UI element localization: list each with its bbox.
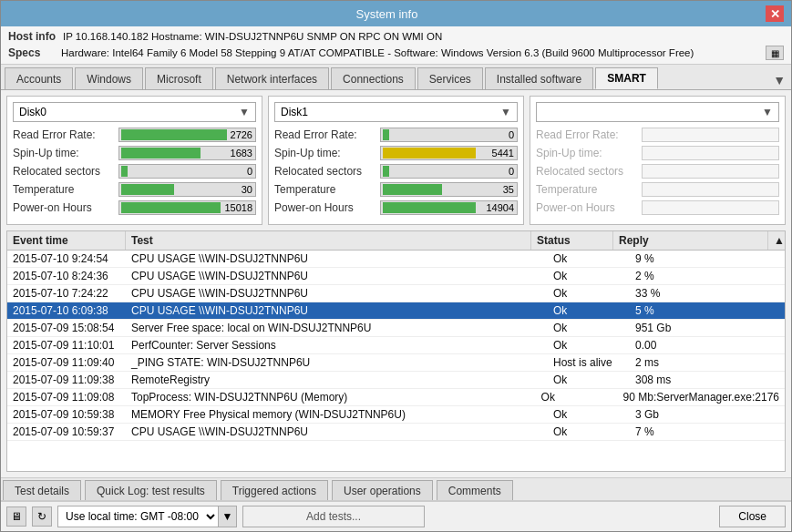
disk1-read-error-field: Read Error Rate: 0	[274, 128, 518, 142]
table-row[interactable]: 2015-07-10 9:24:54 CPU USAGE \\WIN-DSUJ2…	[7, 251, 785, 268]
disk1-spinup-fill	[383, 148, 476, 159]
timezone-select-arrow[interactable]: ▼	[218, 506, 236, 527]
bottom-tab-comments[interactable]: Comments	[437, 480, 513, 500]
tab-installed-software[interactable]: Installed software	[485, 67, 593, 89]
disk0-read-error-fill	[121, 129, 227, 140]
disk0-relocated-field: Relocated sectors 0	[13, 164, 256, 179]
disk-empty-read-error-label: Read Error Rate:	[536, 128, 636, 141]
disk1-poweron-fill	[383, 202, 476, 213]
disk-empty-selector[interactable]: ▼	[536, 102, 779, 122]
disk-empty-spinup-field: Spin-Up time:	[536, 146, 779, 160]
timezone-select[interactable]: Use local time: GMT -08:00	[58, 506, 218, 527]
table-row[interactable]: 2015-07-09 11:09:38 RemoteRegistry Ok 30…	[7, 372, 785, 389]
disk1-temp-value: 35	[503, 184, 514, 195]
tab-bar: Accounts Windows Microsoft Network inter…	[1, 65, 791, 90]
table-row[interactable]: 2015-07-10 8:24:36 CPU USAGE \\WIN-DSUJ2…	[7, 268, 785, 285]
disk1-temp-bar: 35	[380, 182, 518, 197]
th-event-time: Event time	[7, 231, 126, 250]
table-row[interactable]: 2015-07-10 7:24:22 CPU USAGE \\WIN-DSUJ2…	[7, 285, 785, 302]
bottom-tab-triggered-actions[interactable]: Triggered actions	[221, 480, 328, 500]
tab-microsoft[interactable]: Microsoft	[145, 67, 213, 89]
disk1-relocated-field: Relocated sectors 0	[274, 164, 518, 179]
tab-smart[interactable]: SMART	[595, 67, 658, 89]
title-bar: System info ✕	[1, 1, 791, 26]
add-tests-button[interactable]: Add tests...	[242, 506, 425, 527]
disk1-spinup-label: Spin-Up time:	[274, 147, 375, 159]
bottom-tab-user-operations[interactable]: User operations	[332, 480, 433, 500]
table-row[interactable]: 2015-07-09 11:10:01 PerfCounter: Server …	[7, 337, 785, 354]
disk1-temp-field: Temperature 35	[274, 182, 518, 197]
disk0-relocated-value: 0	[247, 166, 252, 177]
table-row[interactable]: 2015-07-09 11:09:40 _PING STATE: WIN-DSU…	[7, 354, 785, 372]
table-row[interactable]: 2015-07-09 11:09:08 TopProcess: WIN-DSUJ…	[7, 389, 785, 406]
disk0-relocated-bar: 0	[118, 164, 256, 179]
close-window-button[interactable]: ✕	[766, 5, 784, 22]
table-row-selected[interactable]: 2015-07-10 6:09:38 CPU USAGE \\WIN-DSUJ2…	[7, 302, 785, 320]
disk0-read-error-field: Read Error Rate: 2726	[13, 128, 256, 142]
disk-empty-relocated-label: Relocated sectors	[536, 165, 636, 178]
table-row[interactable]: 2015-07-09 10:59:38 MEMORY Free Physical…	[7, 406, 785, 424]
bottom-tab-quick-log[interactable]: Quick Log: test results	[85, 480, 217, 500]
disk1-relocated-fill	[383, 166, 389, 177]
disk-panels-row: Disk0 ▼ Read Error Rate: 2726 Spin-Up ti…	[6, 96, 786, 225]
disk1-read-error-fill	[383, 129, 389, 140]
disk0-name: Disk0	[19, 106, 46, 118]
tab-network-interfaces[interactable]: Network interfaces	[215, 67, 329, 89]
table-header: Event time Test Status Reply ▲	[7, 231, 785, 251]
disk-empty-poweron-field: Power-on Hours	[536, 200, 779, 215]
table-row[interactable]: 2015-07-09 15:08:54 Server Free space: l…	[7, 320, 785, 337]
footer: 🖥 ↻ Use local time: GMT -08:00 ▼ Add tes…	[1, 501, 791, 531]
host-info-label: Host info	[8, 30, 56, 43]
table-row[interactable]: 2015-07-09 10:59:37 CPU USAGE \\WIN-DSUJ…	[7, 424, 785, 441]
tab-accounts[interactable]: Accounts	[5, 67, 73, 89]
disk-empty-read-error-field: Read Error Rate:	[536, 128, 779, 142]
disk0-selector[interactable]: Disk0 ▼	[13, 102, 256, 122]
disk1-selector[interactable]: Disk1 ▼	[274, 102, 518, 122]
specs-value: Hardware: Intel64 Family 6 Model 58 Step…	[61, 47, 694, 58]
timezone-select-wrap: Use local time: GMT -08:00 ▼	[57, 506, 237, 527]
disk-empty-panel: ▼ Read Error Rate: Spin-Up time: Relocat…	[530, 96, 786, 225]
disk-empty-temp-bar	[642, 182, 779, 197]
host-info-value: IP 10.168.140.182 Hostname: WIN-DSUJ2TNN…	[63, 31, 442, 42]
disk-empty-read-error-bar	[642, 128, 779, 142]
disk0-poweron-bar: 15018	[118, 200, 256, 215]
footer-icon-2[interactable]: ↻	[32, 506, 52, 527]
specs-label: Specs	[8, 46, 54, 59]
disk1-read-error-value: 0	[509, 129, 514, 140]
disk-empty-spinup-label: Spin-Up time:	[536, 147, 636, 159]
disk1-dropdown-arrow: ▼	[500, 106, 511, 118]
disk0-spinup-value: 1683	[231, 148, 252, 159]
tab-services[interactable]: Services	[417, 67, 483, 89]
bottom-tab-test-details[interactable]: Test details	[3, 480, 81, 500]
disk-empty-relocated-field: Relocated sectors	[536, 164, 779, 179]
disk0-temp-label: Temperature	[13, 183, 113, 196]
specs-row: Specs Hardware: Intel64 Family 6 Model 5…	[8, 46, 784, 60]
disk0-relocated-label: Relocated sectors	[13, 165, 113, 178]
disk1-poweron-value: 14904	[486, 202, 514, 213]
tab-connections[interactable]: Connections	[331, 67, 416, 89]
disk0-panel: Disk0 ▼ Read Error Rate: 2726 Spin-Up ti…	[6, 96, 262, 225]
disk1-relocated-value: 0	[509, 166, 514, 177]
close-button[interactable]: Close	[719, 506, 786, 527]
tab-scroll-arrow[interactable]: ▼	[767, 71, 791, 89]
disk1-spinup-value: 5441	[492, 148, 514, 159]
events-table: Event time Test Status Reply ▲ 2015-07-1…	[6, 230, 786, 472]
disk-empty-spinup-bar	[642, 146, 779, 160]
th-reply: Reply	[613, 231, 768, 250]
specs-icon-button[interactable]: ▦	[766, 46, 784, 60]
disk0-read-error-bar: 2726	[118, 128, 256, 142]
th-status: Status	[531, 231, 613, 250]
disk0-temp-bar: 30	[118, 182, 256, 197]
table-body[interactable]: 2015-07-10 9:24:54 CPU USAGE \\WIN-DSUJ2…	[7, 251, 785, 471]
host-info-row: Host info IP 10.168.140.182 Hostname: WI…	[8, 30, 784, 43]
disk1-relocated-label: Relocated sectors	[274, 165, 375, 178]
disk-empty-relocated-bar	[642, 164, 779, 179]
tab-windows[interactable]: Windows	[75, 67, 143, 89]
footer-icon-1[interactable]: 🖥	[6, 506, 26, 527]
disk1-poweron-field: Power-on Hours 14904	[274, 200, 518, 215]
disk0-read-error-label: Read Error Rate:	[13, 128, 113, 141]
disk0-poweron-value: 15018	[224, 202, 252, 213]
disk1-poweron-label: Power-on Hours	[274, 201, 375, 214]
disk1-spinup-bar: 5441	[380, 146, 518, 160]
disk1-temp-fill	[383, 184, 442, 195]
